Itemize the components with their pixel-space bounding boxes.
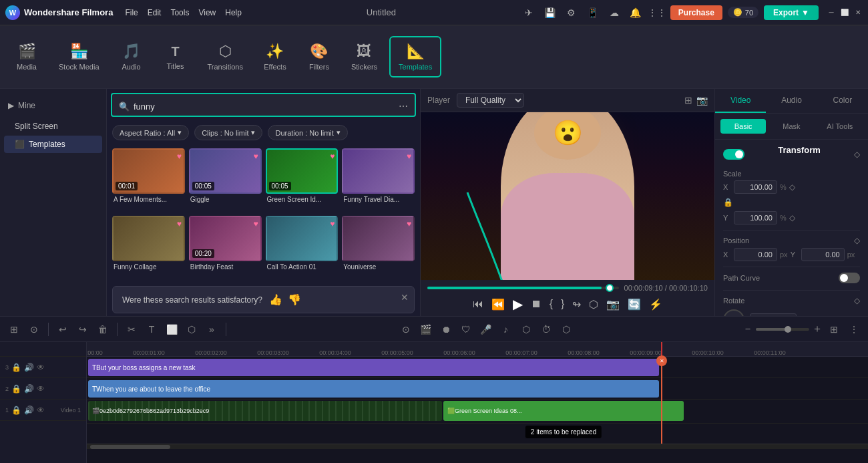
search-more-button[interactable]: ⋯ bbox=[399, 101, 408, 112]
mark-out-button[interactable]: } bbox=[561, 298, 564, 310]
toolbar-item-stock[interactable]: 🏪 Stock Media bbox=[51, 37, 107, 76]
track-v1-clip-green[interactable]: 🟩 Green Screen Ideas 08... 2 items to be… bbox=[443, 401, 684, 421]
apps-icon[interactable]: ⋮⋮ bbox=[649, 5, 665, 21]
template-item-5[interactable]: 00:20 ♥ Birthday Feast bbox=[189, 216, 262, 279]
mark-in-button[interactable]: { bbox=[550, 298, 553, 310]
track-v2-eye[interactable]: 👁 bbox=[37, 384, 45, 394]
sub-tab-ai-tools[interactable]: AI Tools bbox=[817, 119, 863, 134]
tl-more-button[interactable]: » bbox=[203, 321, 220, 338]
toolbar-item-stickers[interactable]: 🖼 Stickers bbox=[343, 37, 385, 76]
aspect-ratio-filter[interactable]: Aspect Ratio : All ▾ bbox=[112, 125, 189, 140]
path-curve-toggle[interactable] bbox=[839, 273, 860, 283]
menu-tools[interactable]: Tools bbox=[170, 8, 189, 17]
bell-icon[interactable]: 🔔 bbox=[628, 5, 644, 21]
speed-button[interactable]: ⚡ bbox=[649, 298, 662, 311]
stop-button[interactable]: ⏹ bbox=[531, 298, 541, 310]
export-button[interactable]: Export ▼ bbox=[764, 5, 819, 20]
template-item-4[interactable]: ♥ Funny Collage bbox=[112, 216, 185, 279]
scale-lock-icon[interactable]: 🔒 bbox=[723, 198, 733, 207]
feedback-close-button[interactable]: ✕ bbox=[401, 292, 409, 303]
prev-frame-button[interactable]: ⏪ bbox=[491, 298, 505, 311]
play-button[interactable]: ▶ bbox=[513, 296, 523, 312]
position-y-input[interactable] bbox=[801, 248, 845, 261]
tl-grid-button[interactable]: ⊞ bbox=[825, 321, 843, 338]
zoom-slider[interactable] bbox=[756, 328, 809, 331]
toolbar-item-templates[interactable]: 📐 Templates bbox=[389, 36, 441, 78]
phone-icon[interactable]: 📱 bbox=[585, 5, 601, 21]
tl-split-button[interactable]: ⬡ bbox=[517, 321, 535, 338]
track-v1-eye[interactable]: 👁 bbox=[37, 406, 45, 415]
track-v3-eye[interactable]: 👁 bbox=[37, 363, 45, 372]
menu-edit[interactable]: Edit bbox=[148, 8, 162, 17]
clips-filter[interactable]: Clips : No limit ▾ bbox=[194, 125, 262, 140]
tl-speed-button[interactable]: ⏱ bbox=[537, 321, 555, 338]
track-v3-clip[interactable]: T But your boss assigns a new task bbox=[88, 359, 659, 376]
toolbar-item-effects[interactable]: ✨ Effects bbox=[255, 37, 295, 76]
toolbar-item-transitions[interactable]: ⬡ Transitions bbox=[200, 37, 251, 76]
tl-merge-button[interactable]: ⬡ bbox=[558, 321, 575, 338]
share-icon[interactable]: ✈ bbox=[521, 5, 537, 21]
screenshot-button[interactable]: 📷 bbox=[606, 298, 620, 311]
track-v3-lock[interactable]: 🔒 bbox=[11, 363, 21, 372]
tl-audio-button[interactable]: ♪ bbox=[497, 321, 515, 338]
tl-layout-button[interactable]: ⊞ bbox=[5, 321, 23, 338]
rotate-dial[interactable]: ○ bbox=[723, 309, 744, 316]
sidebar-item-templates[interactable]: ⬛ Templates bbox=[4, 136, 102, 153]
transform-toggle[interactable] bbox=[723, 149, 744, 160]
track-v3-sound[interactable]: 🔊 bbox=[24, 363, 34, 372]
scale-x-keyframe[interactable]: ◇ bbox=[789, 182, 795, 192]
track-v2-sound[interactable]: 🔊 bbox=[24, 384, 34, 394]
minimize-button[interactable]: ─ bbox=[827, 8, 836, 17]
track-v2-clip[interactable]: T When you are about to leave the office bbox=[88, 380, 659, 398]
track-v2-lock[interactable]: 🔒 bbox=[11, 384, 21, 394]
search-input[interactable] bbox=[134, 102, 399, 112]
tl-center-2[interactable]: 🎬 bbox=[417, 321, 435, 338]
tl-cut-button[interactable]: ✂ bbox=[123, 321, 140, 338]
transform-keyframe[interactable]: ◇ bbox=[854, 150, 860, 159]
position-keyframe[interactable]: ◇ bbox=[854, 236, 860, 245]
template-item-3[interactable]: ♥ Funny Travel Dia... bbox=[342, 148, 415, 212]
template-item-6[interactable]: ♥ Call To Action 01 bbox=[266, 216, 339, 279]
tl-undo-button[interactable]: ↩ bbox=[54, 321, 71, 338]
scale-x-input[interactable] bbox=[734, 180, 777, 194]
like-button[interactable]: 👍 bbox=[269, 293, 282, 306]
track-v1-sound[interactable]: 🔊 bbox=[24, 406, 34, 415]
tab-color[interactable]: Color bbox=[817, 89, 868, 113]
timeline-scrollbar[interactable] bbox=[87, 444, 868, 449]
menu-file[interactable]: File bbox=[125, 8, 138, 17]
reverse-button[interactable]: 🔄 bbox=[628, 298, 641, 311]
maximize-button[interactable]: ⬜ bbox=[840, 8, 849, 17]
template-item-7[interactable]: ♥ Youniverse bbox=[342, 216, 415, 279]
tl-target-button[interactable]: ⊙ bbox=[25, 321, 43, 338]
crop-button[interactable]: ⬡ bbox=[589, 298, 598, 311]
tl-text-button[interactable]: T bbox=[143, 321, 160, 338]
dislike-button[interactable]: 👎 bbox=[288, 293, 301, 306]
template-item-2[interactable]: 00:05 ♥ Green Screen Id... bbox=[266, 148, 339, 212]
tab-video[interactable]: Video bbox=[715, 89, 766, 113]
template-item-1[interactable]: 00:05 ♥ Giggle bbox=[189, 148, 262, 212]
scrollbar-thumb[interactable] bbox=[90, 445, 170, 449]
tl-center-1[interactable]: ⊙ bbox=[397, 321, 415, 338]
sidebar-mine-header[interactable]: ▶ Mine bbox=[8, 98, 98, 113]
cloud-icon[interactable]: ☁ bbox=[606, 5, 622, 21]
zoom-in-button[interactable]: ＋ bbox=[812, 322, 823, 336]
duration-filter[interactable]: Duration : No limit ▾ bbox=[268, 125, 347, 140]
tl-more2-button[interactable]: ⋮ bbox=[845, 321, 863, 338]
toolbar-item-media[interactable]: 🎬 Media bbox=[7, 37, 47, 76]
preview-slider[interactable] bbox=[427, 287, 619, 289]
close-button[interactable]: ✕ bbox=[853, 8, 863, 17]
scale-y-input[interactable] bbox=[734, 211, 777, 224]
tl-center-4[interactable]: 🛡 bbox=[457, 321, 475, 338]
quality-select[interactable]: Full Quality Half Quality bbox=[457, 93, 524, 108]
split-button[interactable]: ↬ bbox=[572, 298, 581, 311]
settings-icon[interactable]: ⚙ bbox=[564, 5, 580, 21]
track-v1-lock[interactable]: 🔒 bbox=[11, 406, 21, 415]
sidebar-item-split-screen[interactable]: Split Screen bbox=[4, 118, 102, 135]
tl-mic-button[interactable]: 🎤 bbox=[477, 321, 495, 338]
go-start-button[interactable]: ⏮ bbox=[473, 298, 483, 310]
position-x-input[interactable] bbox=[734, 248, 777, 261]
tl-redo-button[interactable]: ↪ bbox=[74, 321, 91, 338]
template-item-0[interactable]: 00:01 ♥ A Few Moments... bbox=[112, 148, 185, 212]
tl-crop-button[interactable]: ⬜ bbox=[163, 321, 180, 338]
snapshot-icon[interactable]: 📷 bbox=[696, 95, 708, 106]
